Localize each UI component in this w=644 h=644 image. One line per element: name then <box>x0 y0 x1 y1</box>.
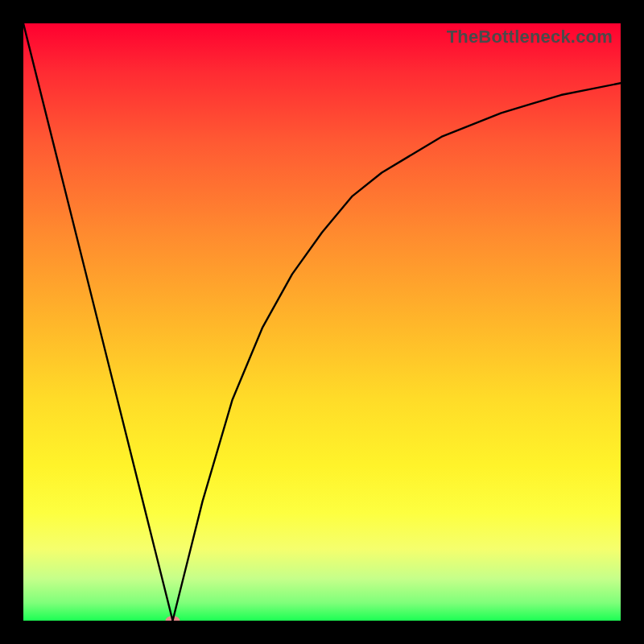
chart-frame: TheBottleneck.com <box>0 0 644 644</box>
bottleneck-curve <box>23 23 621 621</box>
plot-area: TheBottleneck.com <box>23 23 621 621</box>
curve-layer <box>23 23 621 621</box>
